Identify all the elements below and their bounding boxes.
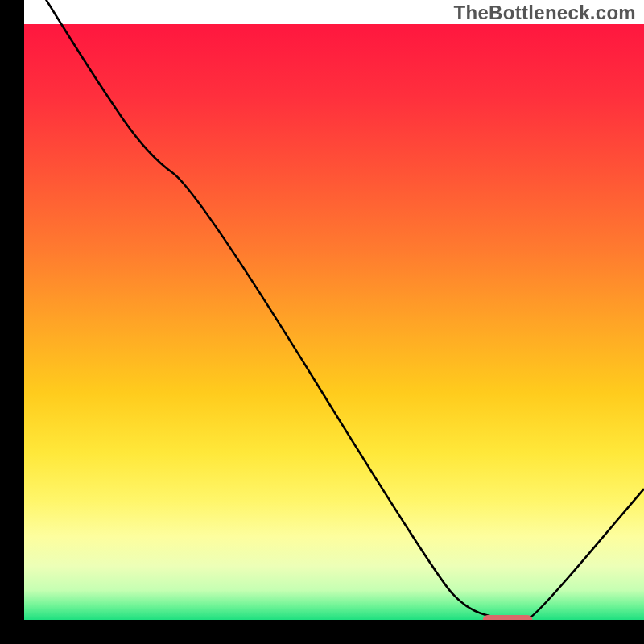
- axis-left: [0, 0, 24, 644]
- bottleneck-chart: [0, 0, 644, 644]
- watermark-text: TheBottleneck.com: [454, 2, 636, 24]
- gradient-background: [24, 24, 644, 620]
- axis-bottom: [0, 620, 644, 644]
- chart-container: TheBottleneck.com: [0, 0, 644, 644]
